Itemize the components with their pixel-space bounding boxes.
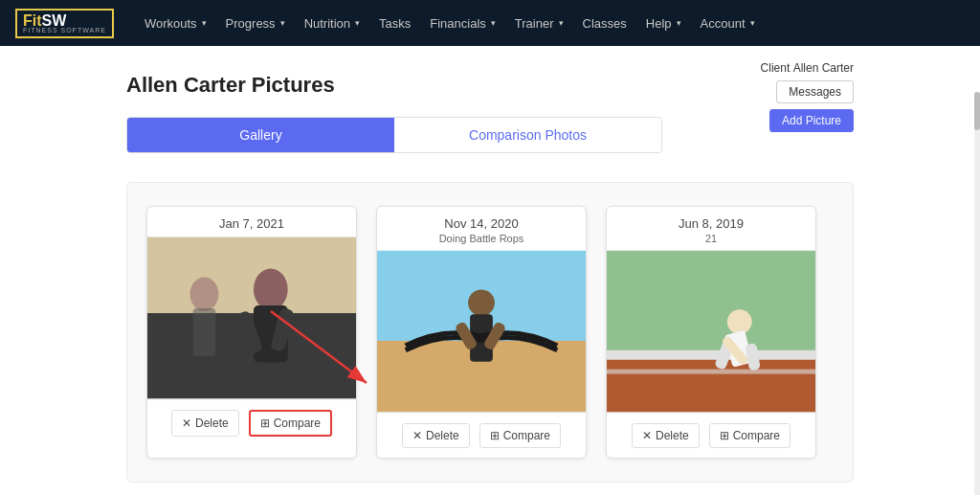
photo-caption-3: 21 [614,233,808,244]
nav-classes[interactable]: Classes [575,11,635,36]
photo-date-3: Jun 8, 2019 [614,216,808,231]
photo-card-2: Nov 14, 2020 Doing Battle Rops [376,206,587,459]
scrollbar-track[interactable] [974,92,980,495]
delete-button-1[interactable]: ✕ Delete [171,410,239,437]
nav-account[interactable]: Account ▾ [693,11,763,36]
svg-point-5 [254,268,288,310]
svg-rect-4 [147,237,356,313]
nav-menu: Workouts ▾ Progress ▾ Nutrition ▾ Tasks … [137,11,965,36]
photo-card-1: Jan 7, 2021 [146,206,357,459]
svg-point-9 [190,277,219,311]
photo-date-2: Nov 14, 2020 [385,216,578,231]
compare-button-1[interactable]: ⊞ Compare [249,410,332,437]
client-info: Client Allen Carter Messages Add Picture [761,61,854,132]
nav-financials[interactable]: Financials ▾ [422,11,503,36]
compare-icon: ⊞ [260,416,270,430]
photo-header-2: Nov 14, 2020 Doing Battle Rops [377,207,586,250]
svg-rect-10 [193,308,216,356]
tabs-container: Gallery Comparison Photos [126,117,662,153]
photo-caption-2: Doing Battle Rops [385,233,578,244]
photo-header-3: Jun 8, 2019 21 [607,207,815,250]
svg-rect-20 [607,370,815,374]
nav-progress[interactable]: Progress ▾ [218,11,293,36]
photo-image-3[interactable] [607,250,815,413]
navbar: FitSW FITNESS SOFTWARE Workouts ▾ Progre… [0,0,980,46]
nav-trainer[interactable]: Trainer ▾ [507,11,571,36]
chevron-down-icon: ▾ [355,18,360,28]
delete-button-2[interactable]: ✕ Delete [402,423,470,448]
chevron-down-icon: ▾ [280,18,285,28]
track-image-svg [607,250,815,413]
nav-nutrition[interactable]: Nutrition ▾ [297,11,368,36]
logo-subtitle: FITNESS SOFTWARE [23,27,106,34]
photo-card-3: Jun 8, 2019 21 [606,206,816,459]
logo[interactable]: FitSW FITNESS SOFTWARE [15,9,114,38]
svg-rect-19 [607,350,815,360]
photo-header-1: Jan 7, 2021 [147,207,356,236]
nav-help[interactable]: Help ▾ [638,11,689,36]
beach-image-svg [377,250,586,413]
photo-grid: Jan 7, 2021 [146,206,834,459]
client-label: Client Allen Carter [761,61,854,75]
page-title: Allen Carter Pictures [126,73,854,98]
tab-gallery[interactable]: Gallery [127,118,394,152]
chevron-down-icon: ▾ [677,18,681,28]
compare-button-3[interactable]: ⊞ Compare [709,423,791,448]
x-icon: ✕ [182,416,191,430]
nav-tasks[interactable]: Tasks [371,11,418,36]
delete-button-3[interactable]: ✕ Delete [632,423,700,448]
photo-image-1[interactable] [147,236,356,399]
chevron-down-icon: ▾ [202,18,207,28]
nav-workouts[interactable]: Workouts ▾ [137,11,214,36]
scrollbar-thumb[interactable] [974,92,980,130]
gym-image-svg [147,236,356,399]
chevron-down-icon: ▾ [559,18,564,28]
compare-button-2[interactable]: ⊞ Compare [479,423,561,448]
x-icon: ✕ [642,429,652,442]
tab-comparison[interactable]: Comparison Photos [394,118,661,152]
photo-actions-3: ✕ Delete ⊞ Compare [607,413,815,458]
main-content: Client Allen Carter Messages Add Picture… [98,46,882,495]
compare-icon: ⊞ [490,429,500,442]
photo-actions-2: ✕ Delete ⊞ Compare [377,413,586,458]
add-picture-button[interactable]: Add Picture [769,109,854,132]
compare-icon: ⊞ [720,429,729,442]
photo-image-2[interactable] [377,250,586,413]
svg-rect-18 [607,355,815,412]
chevron-down-icon: ▾ [491,18,496,28]
photo-actions-1: ✕ Delete ⊞ Compare [147,399,356,446]
x-icon: ✕ [412,429,422,442]
messages-button[interactable]: Messages [776,80,854,103]
gallery-container: Jan 7, 2021 [126,182,854,483]
chevron-down-icon: ▾ [750,18,755,28]
photo-date-1: Jan 7, 2021 [155,216,348,231]
svg-point-21 [727,309,752,334]
svg-point-13 [468,289,495,316]
